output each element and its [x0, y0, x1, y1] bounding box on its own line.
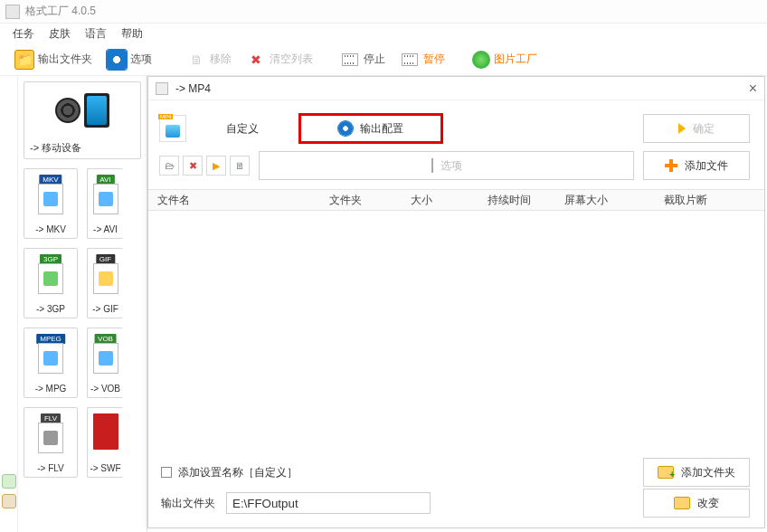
mini-info-button[interactable]: 🗎 [230, 156, 250, 176]
add-setting-name-checkbox[interactable]: 添加设置名称［自定义］ [161, 465, 298, 480]
globe-icon [472, 51, 490, 69]
mini-open-button[interactable]: 🗁 [159, 156, 179, 176]
file-grid-body[interactable] [148, 211, 764, 464]
change-label: 改变 [697, 496, 719, 511]
mp4-format-icon [159, 115, 186, 142]
menu-skin[interactable]: 皮肤 [49, 26, 71, 42]
card-mkv-label: -> MKV [24, 224, 77, 234]
tb-output-folder-label: 输出文件夹 [38, 52, 92, 67]
output-path-input[interactable] [226, 492, 431, 514]
mp4-dialog: -> MP4 × 自定义 输出配置 确定 🗁 ✖ ▶ 🗎 选项 添加文件 [147, 76, 765, 528]
film-reel-icon [55, 98, 80, 123]
swf-badge [93, 413, 118, 450]
tb-clear[interactable]: ✖ 清空列表 [241, 48, 318, 71]
mini-play-button[interactable]: ▶ [206, 156, 226, 176]
tb-image-factory[interactable]: 图片工厂 [467, 49, 543, 71]
card-avi[interactable]: AVI -> AVI [87, 168, 123, 239]
tb-clear-label: 清空列表 [270, 52, 313, 67]
card-gif[interactable]: GIF -> GIF [87, 248, 123, 318]
add-folder-button[interactable]: 添加文件夹 [643, 458, 750, 487]
tb-remove[interactable]: 🗎 移除 [181, 48, 237, 71]
phone-icon [84, 93, 109, 128]
ok-label: 确定 [693, 121, 715, 137]
dialog-bottom: 添加设置名称［自定义］ 添加文件夹 输出文件夹 改变 [148, 450, 764, 527]
options-button[interactable]: 选项 [259, 151, 634, 180]
col-duration[interactable]: 持续时间 [482, 193, 559, 208]
card-swf-label: -> SWF [88, 463, 123, 473]
menu-task[interactable]: 任务 [13, 26, 34, 42]
col-size[interactable]: 大小 [405, 193, 482, 208]
custom-label: 自定义 [197, 121, 288, 137]
tb-stop[interactable]: 停止 [335, 48, 391, 71]
card-mkv[interactable]: MKV -> MKV [24, 168, 78, 239]
card-flv[interactable]: FLV -> FLV [24, 407, 78, 478]
col-filename[interactable]: 文件名 [152, 193, 324, 208]
card-avi-label: -> AVI [88, 224, 123, 234]
pause-icon [400, 50, 420, 70]
tb-options-label: 选项 [130, 52, 152, 67]
tb-pause[interactable]: 暂停 [394, 48, 450, 71]
film-icon [431, 159, 433, 172]
checkbox-icon [161, 467, 172, 478]
change-button[interactable]: 改变 [643, 489, 750, 518]
output-folder-label: 输出文件夹 [161, 496, 215, 511]
tb-pause-label: 暂停 [423, 52, 445, 67]
add-setting-name-label: 添加设置名称［自定义］ [178, 466, 298, 479]
output-config-label: 输出配置 [360, 121, 403, 137]
card-gif-label: -> GIF [88, 304, 123, 314]
gear-icon [107, 50, 127, 70]
dialog-titlebar: -> MP4 × [148, 77, 764, 100]
card-swf[interactable]: -> SWF [87, 407, 123, 478]
card-vob-label: -> VOB [88, 384, 123, 394]
dialog-icon [156, 82, 168, 95]
music-tab-icon[interactable] [2, 474, 16, 489]
folder-open-icon [674, 497, 690, 509]
folder-add-icon [658, 466, 674, 479]
folder-icon: 📁 [14, 50, 34, 70]
gear-icon [338, 121, 353, 136]
tb-stop-label: 停止 [364, 52, 385, 67]
plus-icon [665, 159, 677, 172]
arrow-right-icon [678, 123, 686, 134]
col-clip[interactable]: 截取片断 [658, 193, 761, 208]
formats-panel: -> 移动设备 MKV -> MKV AVI -> AVI 3GP -> 3GP… [0, 76, 147, 532]
mini-toolbar: 🗁 ✖ ▶ 🗎 [159, 156, 250, 176]
file-grid-header: 文件名 文件夹 大小 持续时间 屏幕大小 截取片断 [148, 189, 764, 211]
mini-delete-button[interactable]: ✖ [183, 156, 203, 176]
window-titlebar: 格式工厂 4.0.5 [0, 0, 767, 24]
app-icon [5, 5, 20, 19]
card-vob[interactable]: VOB -> VOB [87, 328, 123, 398]
ok-button[interactable]: 确定 [643, 114, 750, 143]
card-mobile-devices[interactable]: -> 移动设备 [24, 81, 141, 159]
remove-icon: 🗎 [186, 50, 206, 70]
tb-options[interactable]: 选项 [101, 48, 157, 71]
col-folder[interactable]: 文件夹 [324, 193, 405, 208]
card-flv-label: -> FLV [24, 463, 77, 473]
clear-icon: ✖ [246, 50, 266, 70]
add-file-label: 添加文件 [685, 158, 728, 174]
close-icon[interactable]: × [749, 81, 757, 97]
card-mpg[interactable]: MPEG -> MPG [24, 328, 78, 398]
dialog-title: -> MP4 [175, 82, 211, 95]
main-toolbar: 📁 输出文件夹 选项 🗎 移除 ✖ 清空列表 停止 暂停 图片工厂 [0, 43, 767, 76]
card-3gp-label: -> 3GP [24, 304, 77, 314]
window-title: 格式工厂 4.0.5 [25, 4, 96, 19]
image-tab-icon[interactable] [2, 494, 16, 508]
tb-remove-label: 移除 [210, 52, 232, 67]
card-3gp[interactable]: 3GP -> 3GP [24, 248, 78, 318]
add-file-button[interactable]: 添加文件 [643, 151, 750, 180]
options-label: 选项 [440, 158, 462, 174]
side-tab-strip [0, 76, 18, 532]
menu-help[interactable]: 帮助 [121, 26, 143, 42]
card-mpg-label: -> MPG [24, 384, 77, 394]
stop-icon [340, 50, 360, 70]
menu-lang[interactable]: 语言 [85, 26, 107, 42]
tb-output-folder[interactable]: 📁 输出文件夹 [9, 48, 98, 71]
tb-image-factory-label: 图片工厂 [494, 52, 537, 67]
add-folder-label: 添加文件夹 [681, 465, 735, 480]
menubar: 任务 皮肤 语言 帮助 [0, 24, 767, 43]
col-screensize[interactable]: 屏幕大小 [559, 193, 658, 208]
card-mobile-label: -> 移动设备 [30, 141, 81, 155]
output-config-button[interactable]: 输出配置 [298, 113, 443, 144]
